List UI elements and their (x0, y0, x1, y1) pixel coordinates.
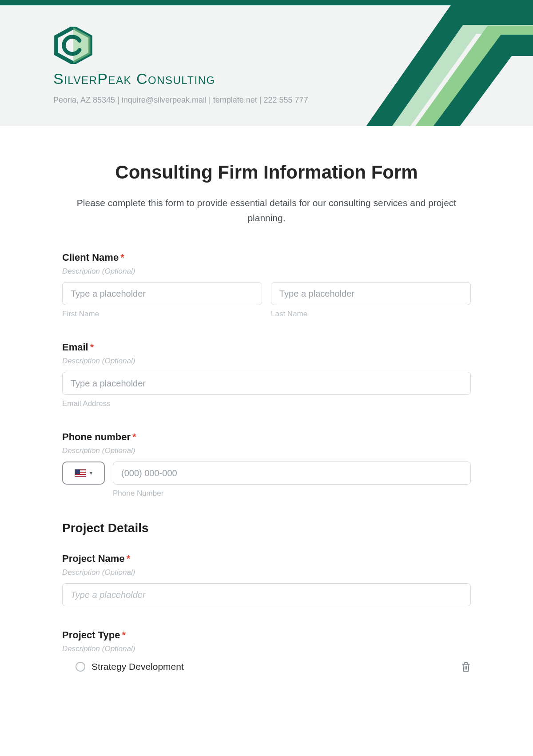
chevron-down-icon: ▾ (90, 470, 92, 476)
field-project-type: Project Type* Description (Optional) Str… (62, 629, 471, 674)
top-accent-bar (0, 0, 533, 5)
first-name-input[interactable] (62, 282, 262, 305)
svg-marker-1 (73, 28, 91, 64)
radio-option-label[interactable]: Strategy Development (91, 661, 184, 672)
field-project-name: Project Name* Description (Optional) (62, 553, 471, 606)
required-marker: * (132, 431, 136, 442)
field-email: Email* Description (Optional) Email Addr… (62, 342, 471, 408)
email-sublabel: Email Address (62, 399, 471, 408)
country-code-dropdown[interactable]: ▾ (62, 462, 105, 485)
client-name-label: Client Name* (62, 252, 471, 263)
client-name-label-text: Client Name (62, 252, 119, 263)
project-name-input[interactable] (62, 583, 471, 606)
logo-block: SilverPeak Consulting Peoria, AZ 85345 |… (53, 27, 533, 105)
form-intro: Please complete this form to provide ess… (71, 195, 462, 225)
project-details-heading: Project Details (62, 521, 471, 535)
project-name-desc[interactable]: Description (Optional) (62, 568, 471, 577)
field-client-name: Client Name* Description (Optional) Firs… (62, 252, 471, 318)
project-type-desc[interactable]: Description (Optional) (62, 645, 471, 653)
radio-button[interactable] (76, 662, 85, 672)
client-name-desc[interactable]: Description (Optional) (62, 267, 471, 276)
trash-icon[interactable] (461, 661, 471, 672)
company-name: SilverPeak Consulting (53, 70, 215, 88)
last-name-input[interactable] (271, 282, 471, 305)
required-marker: * (127, 553, 131, 564)
first-name-sublabel: First Name (62, 310, 262, 318)
phone-sublabel: Phone Number (113, 489, 471, 498)
required-marker: * (120, 252, 124, 263)
project-type-label: Project Type* (62, 629, 471, 641)
project-name-label-text: Project Name (62, 553, 125, 564)
last-name-sublabel: Last Name (271, 310, 471, 318)
form-title: Consulting Firm Information Form (62, 162, 471, 183)
required-marker: * (90, 342, 94, 353)
field-phone: Phone number* Description (Optional) ▾ P… (62, 431, 471, 498)
phone-label-text: Phone number (62, 431, 131, 442)
email-input[interactable] (62, 372, 471, 395)
logo-icon (53, 27, 93, 64)
email-label-text: Email (62, 342, 88, 353)
header-region: SilverPeak Consulting Peoria, AZ 85345 |… (0, 5, 533, 126)
project-type-label-text: Project Type (62, 629, 120, 641)
form-area: Consulting Firm Information Form Please … (53, 126, 480, 683)
contact-line: Peoria, AZ 85345 | inquire@silverpeak.ma… (53, 95, 308, 105)
project-name-label: Project Name* (62, 553, 471, 565)
phone-desc[interactable]: Description (Optional) (62, 446, 471, 455)
flag-us-icon (75, 469, 86, 477)
phone-label: Phone number* (62, 431, 471, 443)
phone-input[interactable] (113, 462, 471, 485)
required-marker: * (122, 629, 126, 641)
email-label: Email* (62, 342, 471, 353)
project-type-option-row: Strategy Development (62, 660, 471, 674)
email-desc[interactable]: Description (Optional) (62, 357, 471, 366)
